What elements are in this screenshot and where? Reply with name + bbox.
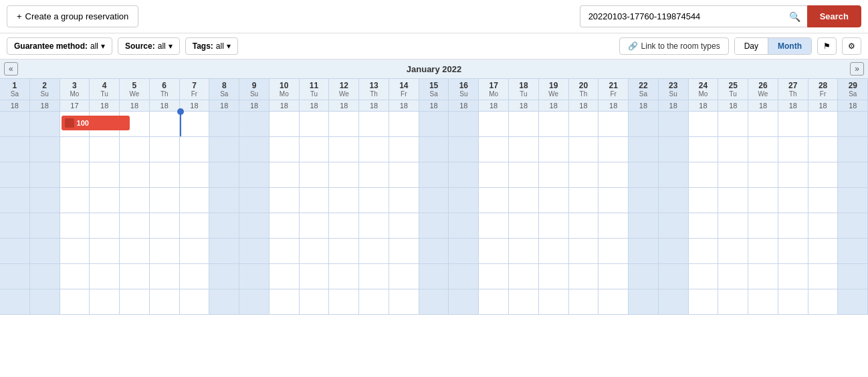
body-cell-r2-d27[interactable] — [778, 162, 808, 187]
body-cell-r4-d5[interactable] — [120, 213, 150, 238]
create-group-button[interactable]: + Create a group reservation — [7, 5, 138, 27]
body-cell-r4-d10[interactable] — [269, 213, 300, 238]
body-cell-r4-d2[interactable] — [30, 213, 60, 238]
body-cell-r3-d5[interactable] — [120, 188, 150, 213]
body-cell-r2-d10[interactable] — [269, 162, 300, 187]
body-cell-r6-d23[interactable] — [659, 264, 689, 289]
body-cell-r5-d18[interactable] — [509, 239, 539, 263]
body-cell-r6-d29[interactable] — [838, 264, 868, 289]
body-cell-r6-d12[interactable] — [329, 264, 359, 289]
body-cell-r3-d25[interactable] — [718, 188, 748, 213]
view-month-button[interactable]: Month — [768, 38, 811, 54]
body-cell-r2-d14[interactable] — [389, 162, 419, 187]
body-cell-r4-d21[interactable] — [599, 213, 629, 238]
body-cell-r0-d23[interactable] — [659, 112, 689, 136]
body-cell-r3-d24[interactable] — [689, 188, 719, 213]
body-cell-r3-d12[interactable] — [329, 188, 359, 213]
body-cell-r1-d8[interactable] — [209, 137, 239, 162]
flag-button[interactable]: ⚑ — [817, 37, 837, 55]
body-cell-r3-d7[interactable] — [180, 188, 210, 213]
body-cell-r0-d19[interactable] — [539, 112, 569, 136]
prev-month-button[interactable]: « — [4, 62, 18, 76]
body-cell-r4-d27[interactable] — [778, 213, 808, 238]
body-cell-r2-d1[interactable] — [0, 162, 30, 187]
body-cell-r0-d16[interactable] — [449, 112, 479, 136]
body-cell-r5-d2[interactable] — [30, 239, 60, 263]
body-cell-r6-d28[interactable] — [808, 264, 839, 289]
body-cell-r3-d28[interactable] — [808, 188, 839, 213]
body-cell-r4-d28[interactable] — [808, 213, 839, 238]
body-cell-r1-d23[interactable] — [659, 137, 689, 162]
tags-dropdown[interactable]: Tags: all ▾ — [185, 37, 238, 55]
body-cell-r5-d23[interactable] — [659, 239, 689, 263]
body-cell-r4-d12[interactable] — [329, 213, 359, 238]
body-cell-r4-d8[interactable] — [209, 213, 239, 238]
body-cell-r3-d9[interactable] — [239, 188, 269, 213]
body-cell-r3-d11[interactable] — [300, 188, 330, 213]
body-cell-r7-d24[interactable] — [689, 289, 719, 314]
body-cell-r5-d7[interactable] — [180, 239, 210, 263]
body-cell-r6-d4[interactable] — [90, 264, 120, 289]
body-cell-r0-d13[interactable] — [359, 112, 389, 136]
body-cell-r6-d20[interactable] — [569, 264, 599, 289]
body-cell-r0-d17[interactable] — [479, 112, 509, 136]
next-month-button[interactable]: » — [850, 62, 864, 76]
reservation-bar[interactable]: 100 — [62, 116, 130, 130]
body-cell-r2-d22[interactable] — [629, 162, 659, 187]
body-cell-r3-d3[interactable] — [60, 188, 90, 213]
body-cell-r7-d9[interactable] — [239, 289, 269, 314]
body-cell-r1-d7[interactable] — [180, 137, 210, 162]
body-cell-r1-d19[interactable] — [539, 137, 569, 162]
body-cell-r1-d15[interactable] — [419, 137, 449, 162]
body-cell-r7-d21[interactable] — [599, 289, 629, 314]
body-cell-r4-d1[interactable] — [0, 213, 30, 238]
body-cell-r2-d6[interactable] — [150, 162, 180, 187]
body-cell-r6-d14[interactable] — [389, 264, 419, 289]
body-cell-r6-d15[interactable] — [419, 264, 449, 289]
body-cell-r2-d2[interactable] — [30, 162, 60, 187]
body-cell-r6-d18[interactable] — [509, 264, 539, 289]
body-cell-r6-d25[interactable] — [718, 264, 748, 289]
body-cell-r5-d27[interactable] — [778, 239, 808, 263]
body-cell-r4-d29[interactable] — [838, 213, 868, 238]
body-cell-r2-d20[interactable] — [569, 162, 599, 187]
body-cell-r4-d7[interactable] — [180, 213, 210, 238]
body-cell-r3-d8[interactable] — [209, 188, 239, 213]
body-cell-r2-d7[interactable] — [180, 162, 210, 187]
body-cell-r2-d21[interactable] — [599, 162, 629, 187]
body-cell-r4-d14[interactable] — [389, 213, 419, 238]
body-cell-r5-d5[interactable] — [120, 239, 150, 263]
body-cell-r2-d24[interactable] — [689, 162, 719, 187]
body-cell-r4-d15[interactable] — [419, 213, 449, 238]
body-cell-r5-d4[interactable] — [90, 239, 120, 263]
body-cell-r6-d27[interactable] — [778, 264, 808, 289]
body-cell-r3-d10[interactable] — [269, 188, 300, 213]
body-cell-r5-d8[interactable] — [209, 239, 239, 263]
body-cell-r3-d15[interactable] — [419, 188, 449, 213]
body-cell-r1-d25[interactable] — [718, 137, 748, 162]
body-cell-r3-d23[interactable] — [659, 188, 689, 213]
body-cell-r0-d15[interactable] — [419, 112, 449, 136]
body-cell-r6-d24[interactable] — [689, 264, 719, 289]
body-cell-r0-d18[interactable] — [509, 112, 539, 136]
body-cell-r3-d13[interactable] — [359, 188, 389, 213]
body-cell-r5-d20[interactable] — [569, 239, 599, 263]
body-cell-r5-d29[interactable] — [838, 239, 868, 263]
body-cell-r0-d25[interactable] — [718, 112, 748, 136]
body-cell-r2-d17[interactable] — [479, 162, 509, 187]
body-cell-r7-d16[interactable] — [449, 289, 479, 314]
body-cell-r0-d10[interactable] — [269, 112, 300, 136]
body-cell-r6-d13[interactable] — [359, 264, 389, 289]
body-cell-r2-d11[interactable] — [300, 162, 330, 187]
body-cell-r5-d3[interactable] — [60, 239, 90, 263]
body-cell-r7-d29[interactable] — [838, 289, 868, 314]
body-cell-r5-d15[interactable] — [419, 239, 449, 263]
body-cell-r2-d23[interactable] — [659, 162, 689, 187]
body-cell-r7-d27[interactable] — [778, 289, 808, 314]
body-cell-r2-d13[interactable] — [359, 162, 389, 187]
body-cell-r7-d17[interactable] — [479, 289, 509, 314]
body-cell-r2-d4[interactable] — [90, 162, 120, 187]
body-cell-r0-d27[interactable] — [778, 112, 808, 136]
body-cell-r0-d20[interactable] — [569, 112, 599, 136]
body-cell-r0-d9[interactable] — [239, 112, 269, 136]
